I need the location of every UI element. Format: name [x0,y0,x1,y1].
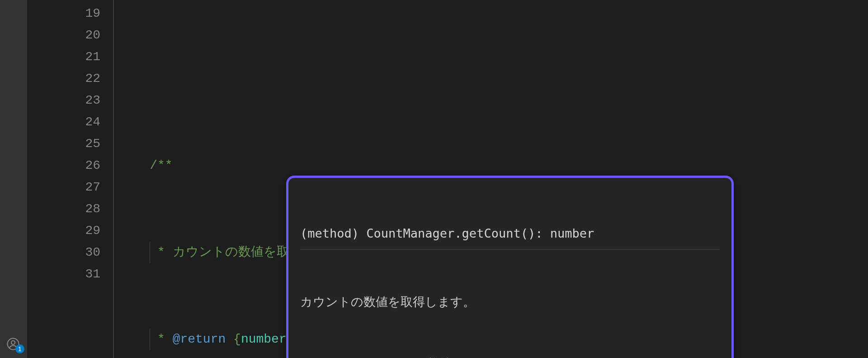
line-number-gutter: 19202122232425262728293031 [27,0,113,358]
hover-signature: (method) CountManager.getCount(): number [300,224,720,250]
code-line[interactable]: /** [119,155,868,177]
line-number: 26 [27,155,100,177]
hover-return: @return — カウントの数値 [300,354,720,358]
code-editor[interactable]: /** * カウントの数値を取得します。 * @return {number} … [119,0,868,358]
code-line[interactable] [119,68,868,90]
svg-point-1 [11,341,15,344]
jsdoc-star: * [150,245,172,259]
line-number: 22 [27,68,100,90]
editor-root: 1 19202122232425262728293031 /** * カウントの… [0,0,868,358]
brace: { [233,332,241,346]
indent-ruler [113,0,119,358]
line-number: 27 [27,177,100,198]
account-badge[interactable]: 1 [15,344,24,353]
line-number: 29 [27,220,100,242]
activity-bar: 1 [0,0,27,358]
line-number: 28 [27,198,100,220]
jsdoc-tag: @return [173,332,226,346]
minimap[interactable] [854,0,868,358]
line-number: 23 [27,90,100,111]
jsdoc-open: /** [150,158,172,172]
line-number: 19 [27,3,100,24]
jsdoc-star: * [150,332,172,346]
hover-description: カウントの数値を取得します。 [300,293,720,312]
hover-tooltip[interactable]: (method) CountManager.getCount(): number… [286,176,734,358]
line-number: 31 [27,263,100,285]
line-number: 24 [27,111,100,133]
line-number: 25 [27,133,100,155]
line-number: 30 [27,242,100,263]
line-number: 20 [27,24,100,46]
jsdoc-type: number [241,332,287,346]
line-number: 21 [27,46,100,68]
